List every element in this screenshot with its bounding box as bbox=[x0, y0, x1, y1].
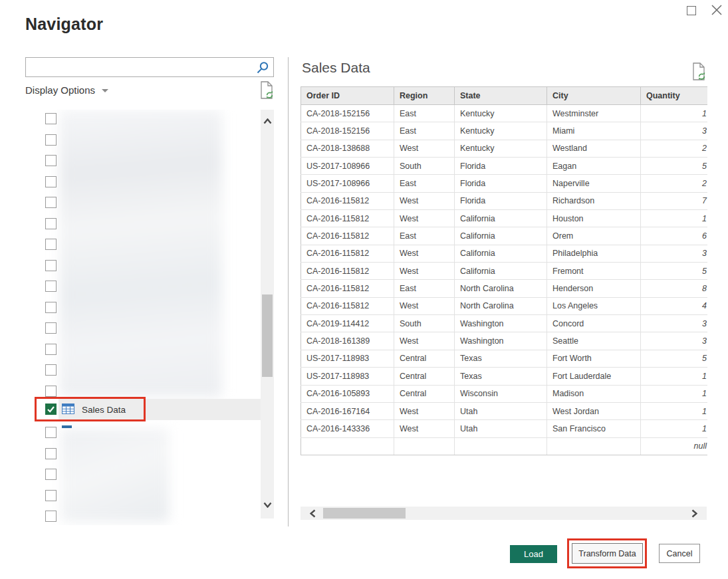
item-checkbox[interactable] bbox=[45, 344, 57, 355]
search-box bbox=[25, 57, 274, 77]
item-checkbox[interactable] bbox=[45, 134, 57, 146]
table-cell: 5 bbox=[641, 350, 708, 367]
refresh-document-icon[interactable] bbox=[259, 81, 275, 99]
table-cell: 7 bbox=[641, 192, 708, 209]
column-header: Quantity bbox=[641, 87, 708, 105]
table-cell: Fort Worth bbox=[547, 350, 641, 367]
item-checkbox[interactable] bbox=[45, 281, 57, 292]
table-cell: Central bbox=[394, 368, 455, 385]
table-cell: East bbox=[394, 105, 455, 122]
item-checkbox[interactable] bbox=[45, 427, 57, 438]
preview-title: Sales Data bbox=[302, 60, 370, 76]
table-cell: Orem bbox=[547, 227, 641, 245]
item-checkbox[interactable] bbox=[45, 197, 57, 208]
sales-data-checkbox[interactable] bbox=[45, 404, 57, 415]
table-cell: 2 bbox=[641, 140, 708, 157]
page-title: Navigator bbox=[25, 15, 103, 34]
scrollbar-thumb[interactable] bbox=[262, 294, 273, 377]
table-cell: CA-2016-105893 bbox=[301, 385, 394, 402]
search-input[interactable] bbox=[30, 58, 255, 76]
scroll-up-icon[interactable] bbox=[263, 118, 272, 124]
table-cell: Kentucky bbox=[455, 105, 547, 122]
table-row: null bbox=[301, 437, 708, 455]
column-header: City bbox=[547, 87, 641, 105]
column-header: Region bbox=[394, 87, 455, 105]
table-row: CA-2018-152156EastKentuckyMiami3 bbox=[301, 122, 708, 140]
item-checkbox[interactable] bbox=[45, 364, 57, 376]
table-row: CA-2019-114412SouthWashingtonConcord3 bbox=[301, 315, 708, 332]
cancel-button[interactable]: Cancel bbox=[659, 544, 700, 563]
blurred-source-items bbox=[60, 110, 222, 397]
item-checkbox[interactable] bbox=[45, 218, 57, 229]
item-checkbox[interactable] bbox=[45, 302, 57, 313]
table-cell: CA-2016-167164 bbox=[301, 402, 394, 419]
table-cell: Eagan bbox=[547, 158, 641, 175]
table-cell: CA-2018-152156 bbox=[301, 122, 394, 140]
table-cell: West bbox=[394, 420, 455, 437]
table-cell: Kentucky bbox=[455, 122, 547, 140]
refresh-preview-icon[interactable] bbox=[691, 62, 707, 80]
table-cell: 5 bbox=[641, 263, 708, 280]
item-checkbox[interactable] bbox=[45, 260, 57, 271]
table-cell: West bbox=[394, 263, 455, 280]
table-row: CA-2016-105893CentralWisconsinMadison1 bbox=[301, 385, 708, 402]
table-cell: 1 bbox=[641, 368, 708, 385]
load-button[interactable]: Load bbox=[510, 545, 557, 563]
table-cell: 4 bbox=[641, 297, 708, 314]
table-cell: CA-2016-115812 bbox=[301, 192, 394, 209]
item-checkbox[interactable] bbox=[45, 176, 57, 187]
table-cell: Concord bbox=[547, 315, 641, 332]
item-checkbox[interactable] bbox=[45, 448, 57, 459]
table-cell: Fort Lauderdale bbox=[547, 368, 641, 385]
list-vertical-scrollbar[interactable] bbox=[261, 110, 274, 519]
table-cell: CA-2018-161389 bbox=[301, 332, 394, 350]
table-row: CA-2016-143336WestUtahSan Francisco1 bbox=[301, 420, 708, 437]
table-cell: East bbox=[394, 122, 455, 140]
table-header-row: Order IDRegionStateCityQuantity bbox=[301, 87, 708, 105]
preview-table-body: CA-2018-152156EastKentuckyWestminster1CA… bbox=[301, 105, 708, 455]
table-cell: East bbox=[394, 280, 455, 297]
table-cell: Washington bbox=[455, 315, 547, 332]
chevron-down-icon bbox=[102, 89, 108, 92]
scroll-down-icon[interactable] bbox=[263, 502, 272, 508]
table-cell: West bbox=[394, 140, 455, 157]
table-cell: East bbox=[394, 227, 455, 245]
scroll-right-icon[interactable] bbox=[691, 509, 697, 518]
table-cell: Naperville bbox=[547, 175, 641, 192]
scrollbar-thumb[interactable] bbox=[323, 508, 406, 519]
table-icon bbox=[62, 404, 74, 414]
search-icon[interactable] bbox=[256, 61, 269, 74]
table-cell: Fremont bbox=[547, 263, 641, 280]
item-checkbox[interactable] bbox=[45, 386, 57, 397]
item-checkbox[interactable] bbox=[45, 469, 57, 480]
checkmark-icon bbox=[46, 404, 56, 414]
table-row: CA-2018-152156EastKentuckyWestminster1 bbox=[301, 105, 708, 122]
preview-horizontal-scrollbar[interactable] bbox=[301, 507, 707, 520]
table-row: CA-2018-161389WestWashingtonSeattle3 bbox=[301, 332, 708, 350]
table-cell: Miami bbox=[547, 122, 641, 140]
table-cell: 3 bbox=[641, 332, 708, 350]
item-checkbox[interactable] bbox=[45, 239, 57, 250]
table-cell: West bbox=[394, 210, 455, 227]
item-checkbox[interactable] bbox=[45, 511, 57, 522]
table-row: CA-2016-115812WestNorth CarolinaLos Ange… bbox=[301, 297, 708, 314]
item-checkbox[interactable] bbox=[45, 113, 57, 124]
close-icon[interactable] bbox=[710, 3, 723, 17]
scroll-left-icon[interactable] bbox=[310, 509, 316, 518]
table-cell: Florida bbox=[455, 158, 547, 175]
table-cell: 5 bbox=[641, 158, 708, 175]
table-row: CA-2016-115812WestCaliforniaFremont5 bbox=[301, 263, 708, 280]
partial-table-icon bbox=[62, 425, 72, 428]
table-row: US-2017-118983CentralTexasFort Worth5 bbox=[301, 350, 708, 367]
table-cell: US-2017-108966 bbox=[301, 175, 394, 192]
table-cell: West bbox=[394, 192, 455, 209]
item-checkbox[interactable] bbox=[45, 155, 57, 166]
item-checkbox[interactable] bbox=[45, 322, 57, 334]
transform-data-button[interactable]: Transform Data bbox=[572, 543, 643, 564]
maximize-button[interactable] bbox=[687, 6, 696, 15]
display-options-dropdown[interactable]: Display Options bbox=[25, 84, 108, 98]
item-checkbox[interactable] bbox=[45, 490, 57, 501]
table-cell: North Carolina bbox=[455, 280, 547, 297]
table-cell: Texas bbox=[455, 368, 547, 385]
table-cell: California bbox=[455, 210, 547, 227]
